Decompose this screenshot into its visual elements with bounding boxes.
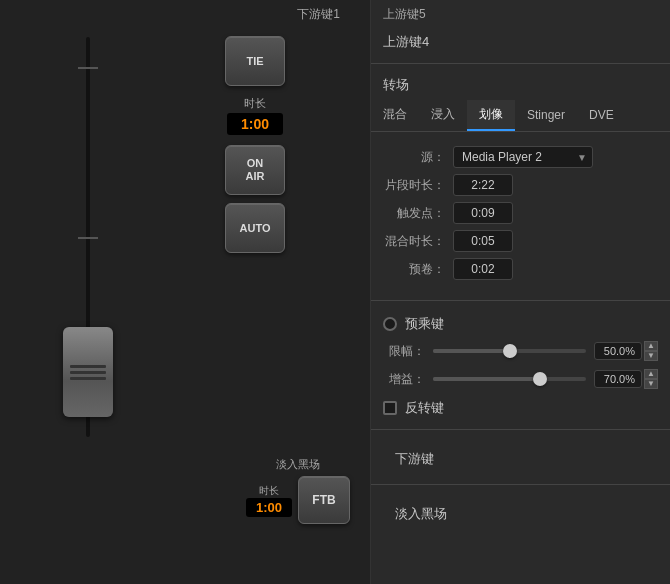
duration-display[interactable]: 1:00	[227, 113, 283, 135]
ftb-button[interactable]: FTB	[298, 476, 350, 524]
ftb-duration: 时长 1:00	[246, 484, 292, 517]
divider-1	[371, 63, 670, 64]
fader-notch-top	[78, 67, 98, 69]
mix-duration-value[interactable]: 0:05	[453, 230, 513, 252]
ftb-bottom-section: 淡入黑场	[371, 491, 670, 533]
gain-slider-thumb[interactable]	[533, 372, 547, 386]
clip-duration-value: 2:22	[453, 174, 513, 196]
premultiply-label: 预乘键	[405, 315, 444, 333]
fader-handle[interactable]	[63, 327, 113, 417]
invert-row[interactable]: 反转键	[371, 393, 670, 423]
duration-label: 时长	[244, 96, 266, 111]
auto-button[interactable]: AUTO	[225, 203, 285, 253]
clip-slider-thumb[interactable]	[503, 344, 517, 358]
gain-slider-label: 增益：	[383, 371, 433, 388]
fader-track[interactable]	[86, 37, 90, 437]
tab-stinger[interactable]: Stinger	[515, 100, 577, 131]
premultiply-radio[interactable]	[383, 317, 397, 331]
clip-slider-label: 限幅：	[383, 343, 433, 360]
clip-slider-value-wrapper: 50.0% ▲ ▼	[594, 341, 658, 361]
gain-spin-up[interactable]: ▲	[644, 369, 658, 379]
clip-slider-fill	[433, 349, 510, 353]
fader-notch-mid	[78, 237, 98, 239]
left-panel: 下游键1 TIE 时长 1:00 ON AIR AUTO 淡入黑场 时长	[0, 0, 370, 584]
clip-slider-row: 限幅： 50.0% ▲ ▼	[371, 337, 670, 365]
gain-spin-buttons: ▲ ▼	[644, 369, 658, 389]
upstream5-label: 上游键5	[371, 0, 670, 27]
trigger-value[interactable]: 0:09	[453, 202, 513, 224]
tie-button[interactable]: TIE	[225, 36, 285, 86]
ftb-title: 淡入黑场	[383, 499, 658, 529]
preroll-value[interactable]: 0:02	[453, 258, 513, 280]
mix-duration-label: 混合时长：	[383, 233, 453, 250]
clip-duration-row: 片段时长： 2:22	[383, 174, 658, 196]
gain-slider-row: 增益： 70.0% ▲ ▼	[371, 365, 670, 393]
ftb-section-label: 淡入黑场	[276, 457, 320, 472]
clip-spin-down[interactable]: ▼	[644, 351, 658, 361]
gain-slider-fill	[433, 377, 540, 381]
gain-spin-down[interactable]: ▼	[644, 379, 658, 389]
clip-duration-label: 片段时长：	[383, 177, 453, 194]
clip-slider-value[interactable]: 50.0%	[594, 342, 642, 360]
clip-slider-track	[433, 349, 586, 353]
mix-duration-row: 混合时长： 0:05	[383, 230, 658, 252]
invert-label: 反转键	[405, 399, 444, 417]
downstream-label: 下游键1	[0, 0, 370, 27]
downstream-section: 下游键	[371, 436, 670, 478]
ftb-duration-label: 时长	[259, 484, 279, 498]
preroll-row: 预卷： 0:02	[383, 258, 658, 280]
fader-area	[0, 27, 175, 584]
source-row: 源： Media Player 2 ▼	[383, 146, 658, 168]
source-label: 源：	[383, 149, 453, 166]
tab-dip[interactable]: 浸入	[419, 100, 467, 131]
divider-2	[371, 300, 670, 301]
transition-tabs: 混合 浸入 划像 Stinger DVE	[371, 100, 670, 132]
ftb-section: 淡入黑场 时长 1:00 FTB	[246, 457, 350, 524]
source-select[interactable]: Media Player 2	[453, 146, 593, 168]
gain-slider-container[interactable]	[433, 369, 586, 389]
on-air-button[interactable]: ON AIR	[225, 145, 285, 195]
source-select-wrapper: Media Player 2 ▼	[453, 146, 593, 168]
right-panel: 上游键5 上游键4 转场 混合 浸入 划像 Stinger DVE 源： Med…	[370, 0, 670, 584]
gain-slider-value[interactable]: 70.0%	[594, 370, 642, 388]
tab-wipe[interactable]: 划像	[467, 100, 515, 131]
trigger-label: 触发点：	[383, 205, 453, 222]
preroll-label: 预卷：	[383, 261, 453, 278]
divider-4	[371, 484, 670, 485]
invert-checkbox[interactable]	[383, 401, 397, 415]
divider-3	[371, 429, 670, 430]
clip-spin-buttons: ▲ ▼	[644, 341, 658, 361]
ftb-duration-value[interactable]: 1:00	[246, 498, 292, 517]
clip-slider-container[interactable]	[433, 341, 586, 361]
trigger-row: 触发点： 0:09	[383, 202, 658, 224]
tab-mix[interactable]: 混合	[371, 100, 419, 131]
clip-spin-up[interactable]: ▲	[644, 341, 658, 351]
downstream-title: 下游键	[383, 444, 658, 474]
stinger-form: 源： Media Player 2 ▼ 片段时长： 2:22 触发点： 0:09…	[371, 132, 670, 294]
tab-dve[interactable]: DVE	[577, 100, 626, 131]
upstream4-label: 上游键4	[371, 27, 670, 57]
premultiply-row[interactable]: 预乘键	[371, 307, 670, 337]
gain-slider-track	[433, 377, 586, 381]
transition-label: 转场	[371, 70, 670, 100]
gain-slider-value-wrapper: 70.0% ▲ ▼	[594, 369, 658, 389]
